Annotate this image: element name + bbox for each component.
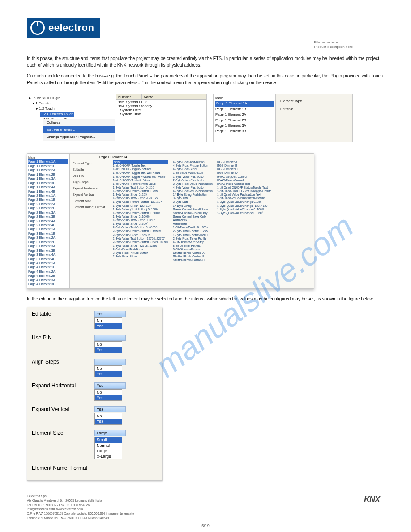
- header-divider: [263, 53, 353, 53]
- option-label: Use PIN: [32, 335, 94, 341]
- option-combo[interactable]: [94, 335, 126, 341]
- paragraph-2: On each module connected to the bus – e.…: [27, 73, 384, 86]
- option-label: Editable: [32, 311, 94, 317]
- table-row: System Date: [116, 108, 206, 112]
- footer-address: Eelectron SpaVia Claudio Monteverdi 6, I…: [27, 494, 197, 520]
- col-name: Name: [142, 94, 206, 99]
- col-number: Number: [116, 94, 142, 99]
- table-row: 195 System LED1: [116, 100, 206, 104]
- list-item-selected[interactable]: Page 1 Element 1A: [215, 101, 274, 106]
- option-combo[interactable]: Yes: [94, 311, 126, 317]
- option-label: Element Size: [32, 430, 94, 436]
- screenshot-ets-context: ▸ Touch v2.0 PlugIn ▸ 1 Eelectra ▸ 1.2 T…: [27, 94, 207, 142]
- list-item[interactable]: Page 1 Element 3A: [215, 123, 274, 129]
- option-label: Expand Vertical: [32, 406, 94, 412]
- option-label: Element Name; Format: [32, 465, 94, 471]
- page-element-list[interactable]: Main Page 1 Element 1A Page 1 Element 1B…: [214, 94, 276, 142]
- nav-tree[interactable]: MainPage 1 Element 1APage 1 Element 1BPa…: [27, 154, 70, 288]
- option-listbox[interactable]: SmallNormalLargeX-Large: [94, 437, 122, 459]
- screenshot-element-options: EditableYesNoYesUse PIN NoYesAlign Steps…: [27, 307, 162, 481]
- option-listbox[interactable]: NoYes: [94, 341, 122, 353]
- option-listbox[interactable]: NoYes: [94, 317, 122, 329]
- option-listbox[interactable]: NoYes: [94, 413, 122, 425]
- element-type-column-2: 4-Byte-Float-Text-Button4-Byte-Float-Pic…: [173, 160, 213, 262]
- option-listbox[interactable]: NoYes: [94, 365, 122, 377]
- knx-logo: KNX: [364, 494, 380, 505]
- screenshot-element-types: MainPage 1 Element 1APage 1 Element 1BPa…: [27, 153, 314, 289]
- brand-logo: eelectron: [27, 18, 100, 38]
- properties-panel: Element Type Editable: [276, 94, 352, 142]
- ctx-menu-item[interactable]: Change Application Program...: [43, 133, 115, 141]
- option-label: Expand Horizontal: [32, 382, 94, 389]
- list-item[interactable]: Page 1 Element 2A: [215, 112, 274, 117]
- page-number: 5/19: [27, 523, 384, 529]
- list-item[interactable]: Page 1 Element 3B: [215, 129, 274, 134]
- element-type-column-3: RGB-Dimmer-ARGB-Dimmer-BRGB-Dimmer-CRGB-…: [217, 160, 271, 262]
- option-combo[interactable]: Large: [94, 430, 126, 436]
- param-labels: Element TypeEditableUse PINAlign StepsEx…: [73, 160, 108, 262]
- header-meta: File name here Product description here: [314, 40, 353, 50]
- list-item[interactable]: Page 1 Element 2B: [215, 118, 274, 123]
- brand-text: eelectron: [48, 22, 94, 34]
- panel-title: Page 1 Element 1A: [99, 155, 311, 159]
- option-label: Align Steps: [32, 359, 94, 365]
- option-combo[interactable]: Yes: [94, 406, 126, 412]
- ctx-menu-item[interactable]: Collapse: [43, 119, 115, 126]
- table-row: 194 System Standby: [116, 104, 206, 108]
- device-tree[interactable]: ▸ Touch v2.0 PlugIn ▸ 1 Eelectra ▸ 1.2 T…: [27, 94, 116, 142]
- body-text: In this phase, the structure and items t…: [27, 56, 384, 86]
- paragraph-1: In this phase, the structure and items t…: [27, 56, 384, 69]
- list-item[interactable]: Page 1 Element 1B: [215, 107, 274, 112]
- object-table: Number Name 195 System LED1 194 System S…: [116, 94, 206, 142]
- power-icon: [30, 21, 45, 35]
- option-combo[interactable]: [94, 359, 126, 365]
- option-combo[interactable]: Yes: [94, 382, 126, 389]
- table-row: System Time: [116, 112, 206, 116]
- prop-label: Editable: [280, 105, 348, 113]
- prop-label: Element Type: [280, 97, 348, 105]
- ctx-menu-item-selected[interactable]: Edit Parameters...: [43, 126, 115, 133]
- context-menu[interactable]: Collapse Edit Parameters... Change Appli…: [43, 119, 115, 141]
- caption-text: In the editor, in the navigation tree on…: [27, 296, 384, 303]
- option-listbox[interactable]: NoYes: [94, 389, 122, 401]
- element-type-dropdown[interactable]: None1-bit ON/OFF-Toggle-Text1-bit ON/OFF…: [113, 160, 168, 262]
- screenshot-plugin-nav: Main Page 1 Element 1A Page 1 Element 1B…: [213, 94, 353, 142]
- tree-node-selected[interactable]: 1.2.1 Eelectra Touch: [40, 112, 74, 117]
